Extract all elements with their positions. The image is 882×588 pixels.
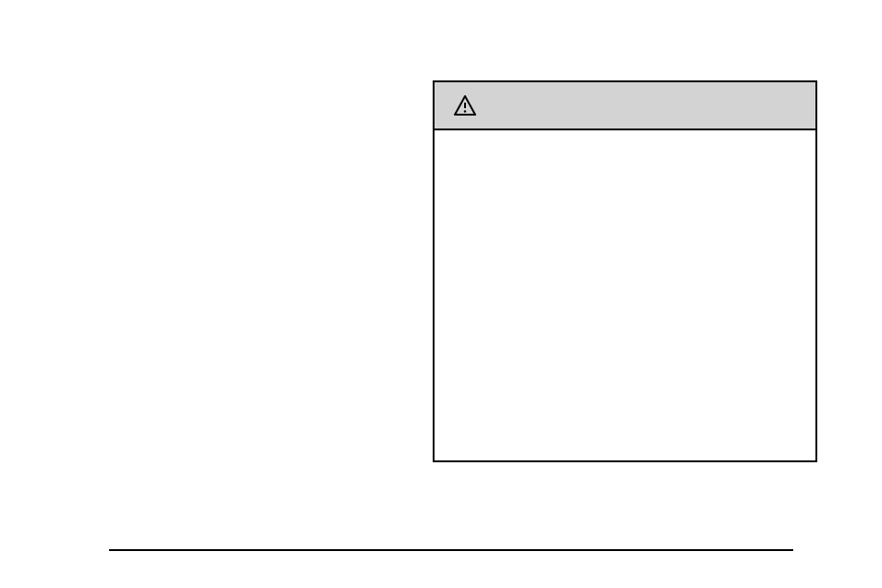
warning-header	[435, 82, 815, 130]
svg-point-1	[464, 110, 466, 112]
footer-divider	[109, 549, 793, 551]
warning-triangle-icon	[453, 94, 477, 116]
warning-box	[433, 80, 817, 462]
warning-body	[435, 130, 815, 460]
